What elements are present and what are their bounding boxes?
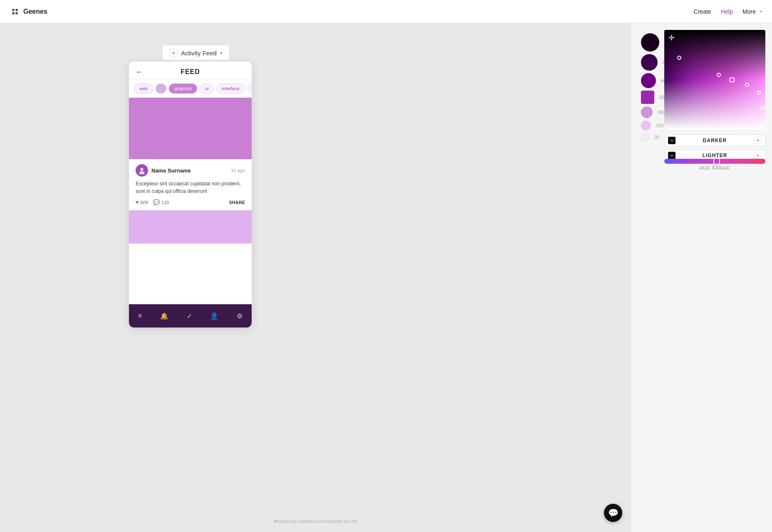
filter-chip-graphics[interactable]: graphics	[169, 84, 197, 94]
darker-plus-button[interactable]: +	[754, 137, 762, 144]
filter-chip-ad[interactable]: ad	[247, 84, 252, 94]
color-picker[interactable]: ✛	[664, 30, 765, 130]
nav-more[interactable]: More	[740, 7, 758, 17]
nav-dot-1: ·	[715, 9, 717, 15]
top-nav: Geenes Create · Help · More ▾	[0, 0, 772, 23]
svg-point-1	[15, 9, 18, 11]
post-author-row: Name Surname 1h ago	[136, 164, 245, 177]
picker-handle-3[interactable]	[745, 83, 749, 87]
heart-icon: ♥	[136, 199, 139, 205]
post-body: Name Surname 1h ago Excepteur sint occae…	[129, 159, 252, 210]
author-info: Name Surname	[136, 164, 191, 177]
nav-links: Create · Help · More ▾	[691, 7, 762, 17]
avatar-icon	[138, 167, 146, 174]
phone-bottom-nav: ≡ 🔔 ✓ 👤 ⚙	[129, 304, 252, 328]
feed-tab-plus-icon: +	[169, 49, 178, 57]
post-image	[129, 98, 252, 159]
svg-point-0	[12, 9, 15, 11]
svg-point-2	[12, 12, 15, 15]
svg-point-3	[15, 12, 18, 15]
lighter-label: LIGHTER	[679, 153, 751, 158]
swatch-row-20: 20	[641, 133, 666, 141]
phone-header: ← FEED	[129, 62, 252, 79]
phone-mockup: ← FEED web graphics ui interface ad Name…	[129, 62, 252, 328]
lighter-plus-button[interactable]: +	[754, 152, 762, 159]
filter-row: web graphics ui interface ad	[129, 79, 252, 98]
svg-point-5	[139, 171, 145, 174]
author-name: Name Surname	[151, 167, 191, 174]
hue-range-label: HUE RANGE	[664, 165, 765, 170]
lighter-minus-button[interactable]: −	[668, 152, 676, 159]
darker-label: DARKER	[679, 138, 751, 143]
author-avatar	[136, 164, 148, 177]
swatch-800[interactable]	[641, 54, 658, 71]
nav-create[interactable]: Create	[691, 7, 714, 17]
nav-more-chevron: ▾	[760, 9, 762, 14]
activity-feed-tab[interactable]: + Activity Feed ▾	[162, 45, 230, 61]
hue-thumb[interactable]	[713, 158, 720, 165]
swatch-20[interactable]	[641, 133, 649, 141]
picker-handle-2[interactable]	[717, 73, 721, 77]
picker-crosshair-icon[interactable]: ✛	[668, 33, 675, 42]
right-panel: 900 800 600 500 300 100 20 ✛	[631, 23, 772, 532]
share-button[interactable]: SHARE	[229, 200, 245, 205]
likes-count[interactable]: ♥ 609	[136, 199, 148, 205]
color-picker-gradient	[664, 30, 765, 130]
phone-title: FEED	[181, 68, 200, 76]
bottom-nav-bell-icon[interactable]: 🔔	[160, 312, 168, 320]
nav-dot-2: ·	[737, 9, 738, 15]
feed-tab-chevron-icon: ▾	[220, 50, 223, 56]
picker-handle-5[interactable]	[760, 106, 765, 110]
comment-icon: 💬	[153, 199, 160, 205]
filter-chip-web[interactable]: web	[134, 84, 153, 94]
chat-button[interactable]: 💬	[604, 504, 622, 522]
filter-chip-empty[interactable]	[156, 84, 166, 94]
swatch-900[interactable]	[641, 33, 659, 52]
swatch-600[interactable]	[641, 73, 656, 88]
nav-help[interactable]: Help	[718, 7, 735, 17]
svg-point-4	[140, 168, 143, 171]
logo-text: Geenes	[23, 8, 47, 15]
logo-icon	[10, 7, 20, 17]
hue-range-section: HUE RANGE	[664, 159, 765, 170]
feed-tab-title: Activity Feed	[181, 49, 217, 57]
post-time: 1h ago	[231, 168, 245, 173]
darker-control: − DARKER +	[664, 135, 765, 146]
darker-minus-button[interactable]: −	[668, 137, 676, 144]
hue-bar[interactable]	[664, 159, 765, 164]
logo[interactable]: Geenes	[10, 7, 47, 17]
footer-text: Mockup By Gianluca Gini inspired by UI8	[274, 519, 357, 524]
picker-handle-1[interactable]	[677, 56, 681, 60]
swatch-row-100: 100	[641, 121, 668, 131]
filter-chip-interface[interactable]: interface	[216, 84, 245, 94]
swatch-300[interactable]	[641, 106, 653, 118]
post-actions: ♥ 609 💬 120 SHARE	[136, 199, 245, 205]
comments-count[interactable]: 💬 120	[153, 199, 169, 205]
post-text: Excepteur sint occaecat cupidatat non pr…	[136, 180, 245, 195]
swatch-100[interactable]	[641, 121, 651, 131]
page-footer: Mockup By Gianluca Gini inspired by UI8	[0, 519, 631, 524]
post-image-2	[129, 210, 252, 244]
bottom-nav-settings-icon[interactable]: ⚙	[237, 312, 242, 320]
chat-icon: 💬	[608, 508, 619, 518]
bottom-nav-check-icon[interactable]: ✓	[187, 312, 192, 320]
swatch-500[interactable]	[641, 91, 654, 104]
filter-chip-ui[interactable]: ui	[200, 84, 214, 94]
bottom-nav-user-icon[interactable]: 👤	[210, 312, 218, 320]
picker-handle-4[interactable]	[757, 91, 761, 95]
bottom-nav-feed-icon[interactable]: ≡	[138, 312, 142, 320]
phone-back-button[interactable]: ←	[136, 68, 143, 76]
picker-handle-active[interactable]	[730, 77, 735, 82]
